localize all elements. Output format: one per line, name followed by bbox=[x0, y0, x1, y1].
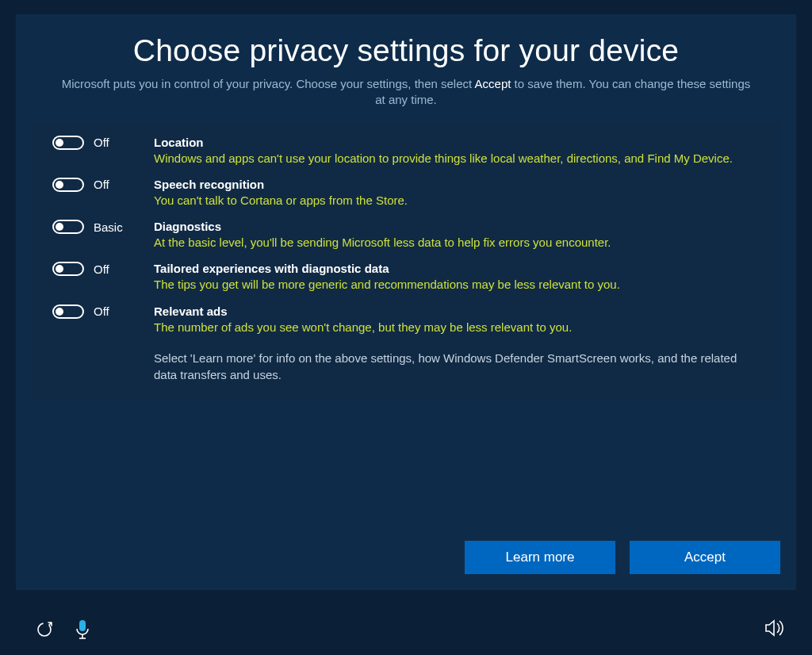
toggle-label-location: Off bbox=[94, 136, 109, 149]
toggle-label-ads: Off bbox=[94, 305, 109, 318]
setting-location: Off Location Windows and apps can't use … bbox=[52, 136, 760, 167]
toggle-tailored[interactable] bbox=[52, 262, 84, 276]
setting-tailored: Off Tailored experiences with diagnostic… bbox=[52, 262, 760, 293]
setting-desc-tailored: The tips you get will be more generic an… bbox=[154, 277, 760, 293]
toggle-label-tailored: Off bbox=[94, 262, 109, 276]
toggle-location[interactable] bbox=[52, 136, 84, 150]
setting-title-diagnostics: Diagnostics bbox=[154, 220, 760, 233]
setting-diagnostics: Basic Diagnostics At the basic level, yo… bbox=[52, 220, 760, 251]
subtitle-strong: Accept bbox=[475, 77, 511, 90]
setting-title-location: Location bbox=[154, 136, 760, 149]
setting-desc-speech: You can't talk to Cortana or apps from t… bbox=[154, 193, 760, 209]
subtitle-pre: Microsoft puts you in control of your pr… bbox=[62, 77, 475, 90]
learn-more-button[interactable]: Learn more bbox=[465, 541, 615, 574]
svg-rect-1 bbox=[79, 620, 86, 631]
footer-note: Select 'Learn more' for info on the abov… bbox=[154, 350, 760, 383]
taskbar bbox=[0, 604, 812, 655]
setting-ads: Off Relevant ads The number of ads you s… bbox=[52, 305, 760, 335]
setting-desc-diagnostics: At the basic level, you'll be sending Mi… bbox=[154, 235, 760, 251]
toggle-diagnostics[interactable] bbox=[52, 220, 84, 234]
page-title: Choose privacy settings for your device bbox=[32, 33, 780, 68]
toggle-label-speech: Off bbox=[94, 178, 109, 191]
setting-speech: Off Speech recognition You can't talk to… bbox=[52, 178, 760, 209]
toggle-ads[interactable] bbox=[52, 305, 84, 319]
settings-list: Off Location Windows and apps can't use … bbox=[32, 121, 780, 400]
setting-desc-location: Windows and apps can't use your location… bbox=[154, 151, 760, 167]
page-subtitle: Microsoft puts you in control of your pr… bbox=[57, 76, 755, 109]
toggle-speech[interactable] bbox=[52, 178, 84, 192]
microphone-icon[interactable] bbox=[75, 619, 90, 640]
accept-button[interactable]: Accept bbox=[630, 541, 780, 574]
volume-icon[interactable] bbox=[764, 619, 785, 637]
setting-title-ads: Relevant ads bbox=[154, 305, 760, 318]
ease-of-access-icon[interactable] bbox=[35, 620, 54, 639]
setting-title-speech: Speech recognition bbox=[154, 178, 760, 191]
main-panel: Choose privacy settings for your device … bbox=[16, 14, 796, 590]
setting-desc-ads: The number of ads you see won't change, … bbox=[154, 320, 760, 335]
toggle-label-diagnostics: Basic bbox=[94, 220, 123, 234]
setting-title-tailored: Tailored experiences with diagnostic dat… bbox=[154, 262, 760, 275]
